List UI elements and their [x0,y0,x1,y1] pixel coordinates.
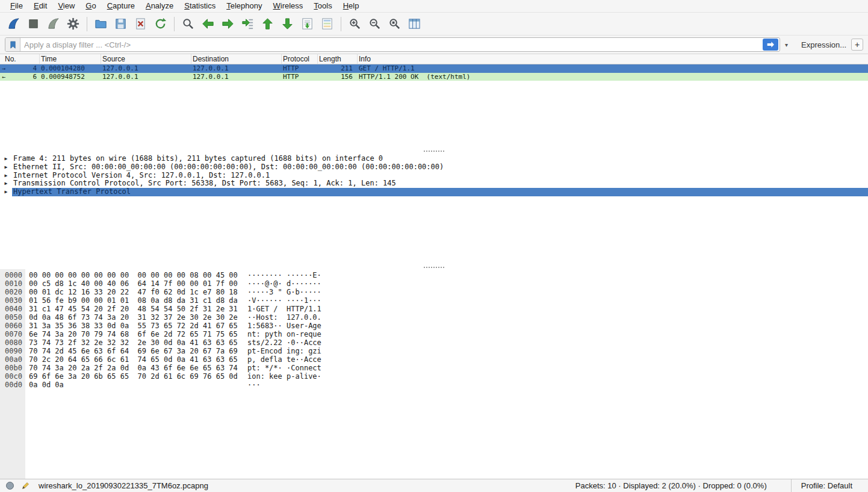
zoom-out-button[interactable] [366,15,383,33]
hex-row[interactable]: 00a070 2c 20 64 65 66 6c 61 74 65 0d 0a … [0,355,868,364]
hex-offset: 0000 [0,271,25,279]
go-first-packet-button[interactable] [259,15,276,33]
find-packet-button[interactable] [179,15,197,33]
go-to-packet-button[interactable] [239,15,256,33]
hex-offset: 00b0 [0,364,25,372]
hex-row[interactable]: 00500d 0a 48 6f 73 74 3a 20 31 32 37 2e … [0,313,868,322]
arrow-left-icon [201,17,215,31]
menu-statistics[interactable]: Statistics [179,0,221,12]
go-forward-button[interactable] [219,15,237,33]
display-filter-input[interactable] [20,40,763,49]
filter-history-dropdown[interactable]: ▾ [781,37,792,52]
stop-icon [26,17,40,31]
expander-icon[interactable]: ▶ [0,163,12,172]
column-header-length[interactable]: Length [318,54,358,64]
filter-bar: ▾ Expression... + [0,35,868,54]
hex-row[interactable]: 00b070 74 3a 20 2a 2f 2a 0d 0a 43 6f 6e … [0,364,868,372]
hex-offset: 0070 [0,330,25,338]
capture-options-button[interactable] [64,15,82,33]
packet-source-cell: 127.0.0.1 [101,73,191,81]
packet-row[interactable]: →40.000104280127.0.0.1127.0.0.1HTTP211GE… [0,64,868,73]
filter-add-button[interactable]: + [851,39,863,51]
filter-apply-button[interactable] [763,39,778,51]
start-capture-button[interactable] [5,15,22,33]
hex-row[interactable]: 008073 74 73 2f 32 2e 32 32 2e 30 0d 0a … [0,338,868,347]
menu-edit[interactable]: Edit [28,0,52,12]
column-header-info[interactable]: Info [358,54,868,64]
capture-comment-icon[interactable] [21,481,30,490]
menu-help[interactable]: Help [338,0,365,12]
go-back-button[interactable] [199,15,217,33]
arrow-right-icon [221,17,235,31]
hex-row[interactable]: 003001 56 fe b9 00 00 01 01 08 0a d8 da … [0,296,868,305]
column-header-source[interactable]: Source [101,54,191,64]
packet-info-cell: GET / HTTP/1.1 [358,64,868,73]
zoom-out-icon [368,17,382,31]
column-header-no[interactable]: No. [0,54,40,64]
expander-icon[interactable]: ▶ [0,155,12,163]
expert-info-icon[interactable] [6,482,14,490]
hex-ascii: nt: pyth on-reque [247,330,321,338]
resize-columns-button[interactable] [406,15,423,33]
zoom-reset-icon [388,17,401,31]
hex-row[interactable]: 00d00a 0d 0a··· [0,381,868,389]
detail-row[interactable]: ▶Frame 4: 211 bytes on wire (1688 bits),… [0,155,868,163]
packet-row[interactable]: ←60.000948752127.0.0.1127.0.0.1HTTP156HT… [0,73,868,81]
expander-icon[interactable]: ▶ [0,172,12,180]
find-icon [181,17,195,31]
hex-row[interactable]: 00c069 6f 6e 3a 20 6b 65 65 70 2d 61 6c … [0,372,868,381]
colorize-packets-button[interactable] [318,15,336,33]
hex-row[interactable]: 002000 01 dc 12 16 33 20 22 47 f0 62 0d … [0,288,868,296]
menu-file[interactable]: File [5,0,28,12]
profile-selector[interactable]: Profile: Default [791,479,868,492]
expander-icon[interactable]: ▶ [0,188,12,196]
close-capture-file-button[interactable] [132,15,149,33]
menu-analyze[interactable]: Analyze [140,0,179,12]
hex-row[interactable]: 000000 00 00 00 00 00 00 00 00 00 00 00 … [0,271,868,279]
hex-bytes: 73 74 73 2f 32 2e 32 32 2e 30 0d 0a 41 6… [29,338,241,347]
hex-bytes: 70 74 2d 45 6e 63 6f 64 69 6e 67 3a 20 6… [29,347,241,355]
hex-row[interactable]: 004031 c1 47 45 54 20 2f 20 48 54 54 50 … [0,305,868,313]
detail-row[interactable]: ▶Transmission Control Protocol, Src Port… [0,179,868,188]
menu-capture[interactable]: Capture [102,0,140,12]
auto-scroll-button[interactable] [299,15,316,33]
detail-text: Ethernet II, Src: 00:00:00_00:00:00 (00:… [12,163,868,172]
hex-row[interactable]: 006031 3a 35 36 38 33 0d 0a 55 73 65 72 … [0,322,868,330]
menu-go[interactable]: Go [80,0,101,12]
packet-length-cell: 211 [318,64,358,73]
detail-row[interactable]: ▶Hypertext Transfer Protocol [0,188,868,196]
restart-capture-button[interactable] [45,15,62,33]
hex-offset: 00a0 [0,355,25,364]
display-filter-field [5,37,780,52]
go-last-packet-button[interactable] [279,15,296,33]
column-header-destination[interactable]: Destination [191,54,282,64]
detail-text: Internet Protocol Version 4, Src: 127.0.… [12,172,868,180]
menu-view[interactable]: View [52,0,80,12]
menu-wireless[interactable]: Wireless [268,0,309,12]
hex-row[interactable]: 009070 74 2d 45 6e 63 6f 64 69 6e 67 3a … [0,347,868,355]
hex-row[interactable]: 00706e 74 3a 20 70 79 74 68 6f 6e 2d 72 … [0,330,868,338]
filter-bookmark-button[interactable] [5,38,20,51]
hex-row[interactable]: 001000 c5 d8 1c 40 00 40 06 64 14 7f 00 … [0,279,868,288]
columns-icon [408,17,421,31]
expander-icon[interactable]: ▶ [0,179,12,188]
zoom-reset-button[interactable] [386,15,403,33]
packet-no-cell: →4 [0,64,40,73]
reload-capture-file-button[interactable] [152,15,169,33]
menu-telephony[interactable]: Telephony [221,0,267,12]
stop-capture-button[interactable] [25,15,42,33]
detail-row[interactable]: ▶Ethernet II, Src: 00:00:00_00:00:00 (00… [0,163,868,172]
detail-text: Transmission Control Protocol, Src Port:… [12,179,868,188]
expression-button[interactable]: Expression... [801,40,846,49]
column-header-time[interactable]: Time [40,54,101,64]
hex-offset: 0060 [0,322,25,330]
menu-tools[interactable]: Tools [308,0,337,12]
hex-bytes: 00 c5 d8 1c 40 00 40 06 64 14 7f 00 00 0… [29,279,241,288]
open-capture-file-button[interactable] [92,15,110,33]
hex-bytes: 6e 74 3a 20 70 79 74 68 6f 6e 2d 72 65 7… [29,330,241,338]
zoom-in-button[interactable] [346,15,364,33]
column-header-protocol[interactable]: Protocol [282,54,318,64]
apply-arrow-icon [766,40,775,49]
save-capture-file-button[interactable] [112,15,129,33]
detail-row[interactable]: ▶Internet Protocol Version 4, Src: 127.0… [0,172,868,180]
